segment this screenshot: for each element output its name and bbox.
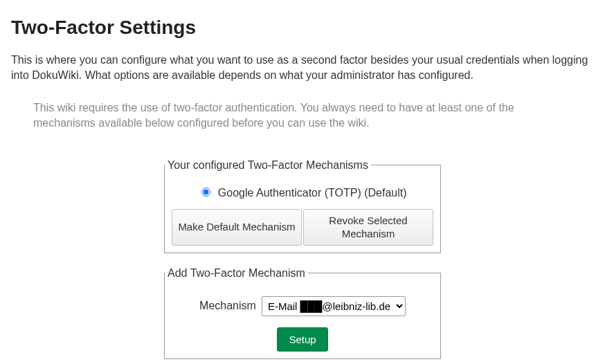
- mechanism-label: Google Authenticator (TOTP) (Default): [218, 187, 407, 199]
- add-mechanism-fieldset: Add Two-Factor Mechanism Mechanism E-Mai…: [164, 267, 441, 359]
- intro-text: This is where you can configure what you…: [11, 53, 594, 84]
- configured-legend: Your configured Two-Factor Mechanisms: [165, 159, 371, 172]
- mechanism-option[interactable]: Google Authenticator (TOTP) (Default): [198, 187, 406, 199]
- mechanism-row: Google Authenticator (TOTP) (Default): [165, 185, 440, 199]
- revoke-selected-button[interactable]: Revoke Selected Mechanism: [303, 209, 433, 246]
- configured-mechanisms-fieldset: Your configured Two-Factor Mechanisms Go…: [164, 159, 441, 253]
- page-title: Two-Factor Settings: [11, 17, 594, 39]
- setup-button[interactable]: Setup: [277, 327, 327, 352]
- mechanism-select[interactable]: E-Mail ███@leibniz-lib.de: [262, 296, 406, 316]
- make-default-button[interactable]: Make Default Mechanism: [172, 209, 302, 246]
- requirement-notice: This wiki requires the use of two-factor…: [33, 100, 583, 131]
- add-legend: Add Two-Factor Mechanism: [165, 267, 308, 280]
- mechanism-select-label: Mechanism: [199, 300, 256, 312]
- mechanism-radio[interactable]: [201, 188, 210, 197]
